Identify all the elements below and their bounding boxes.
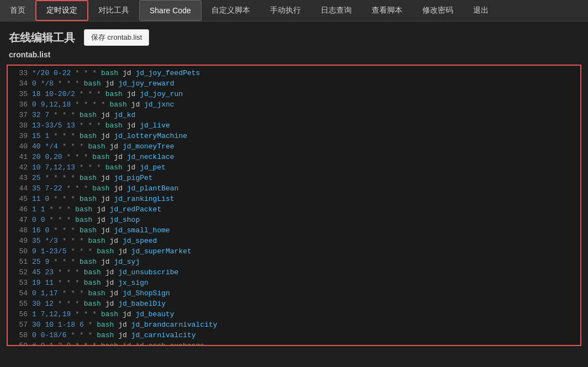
- table-row: 4120 0,20 * * * bash jd jd_necklace: [8, 152, 580, 162]
- nav-item-home[interactable]: 首页: [0, 0, 35, 21]
- line-content: 0 0-18/6 * * * bash jd jd_carnivalcity: [32, 330, 576, 341]
- table-row: 4511 0 * * * bash jd jd_rankingList: [8, 194, 580, 204]
- nav-item-changepwd[interactable]: 修改密码: [412, 0, 463, 21]
- table-row: 3915 1 * * * bash jd jd_lotteryMachine: [8, 131, 580, 141]
- line-content: 30 12 * * * bash jd jd_babelDiy: [32, 299, 576, 309]
- line-number: 33: [12, 68, 28, 78]
- line-number: 42: [12, 162, 28, 173]
- line-content: 0 */8 * * * bash jd jd_joy_reward: [32, 78, 576, 89]
- table-row: 33*/20 0-22 * * * bash jd jd_joy_feedPet…: [8, 68, 580, 78]
- line-content: 30 10 1-18 6 * bash jd jd_brandcarnivalc…: [32, 320, 576, 330]
- line-number: 37: [12, 110, 28, 120]
- code-editor[interactable]: 33*/20 0-22 * * * bash jd jd_joy_feedPet…: [7, 65, 581, 346]
- table-row: 4040 */4 * * * bash jd jd_moneyTree: [8, 141, 580, 152]
- table-row: 4210 7,12,13 * * * bash jd jd_pet: [8, 162, 580, 173]
- line-content: 25 * * * * bash jd jd_pigPet: [32, 173, 576, 183]
- line-number: 48: [12, 225, 28, 236]
- table-row: 4435 7-22 * * * bash jd jd_plantBean: [8, 183, 580, 194]
- table-row: 540 1,17 * * * bash jd jd_ShopSign: [8, 288, 580, 299]
- line-number: 55: [12, 299, 28, 309]
- table-row: 3518 10-20/2 * * * bash jd jd_joy_run: [8, 89, 580, 99]
- file-label: crontab.list: [0, 50, 588, 62]
- table-row: 4935 */3 * * * bash jd jd_speed: [8, 236, 580, 246]
- page-title: 在线编辑工具: [9, 30, 75, 45]
- line-content: 1 7,12,19 * * * bash jd jd_beauty: [32, 309, 576, 320]
- table-row: 5530 12 * * * bash jd jd_babelDiy: [8, 299, 580, 309]
- table-row: 4325 * * * * bash jd jd_pigPet: [8, 173, 580, 183]
- table-row: 580 0-18/6 * * * bash jd jd_carnivalcity: [8, 330, 580, 341]
- line-content: 0 9,12,18 * * * * bash jd jd_jxnc: [32, 99, 576, 110]
- line-number: 35: [12, 89, 28, 99]
- line-number: 43: [12, 173, 28, 183]
- table-row: 5730 10 1-18 6 * bash jd jd_brandcarniva…: [8, 320, 580, 330]
- line-content: 0 1,17 * * * bash jd jd_ShopSign: [32, 288, 576, 299]
- line-content: */20 0-22 * * * bash jd jd_joy_feedPets: [32, 68, 576, 78]
- nav-item-custom[interactable]: 自定义脚本: [202, 0, 260, 21]
- line-content: 19 11 * * * bash jd jx_sign: [32, 278, 576, 288]
- table-row: 3813-33/5 13 * * * bash jd jd_live: [8, 120, 580, 131]
- line-number: 34: [12, 78, 28, 89]
- nav-item-viewscript[interactable]: 查看脚本: [362, 0, 412, 21]
- line-content: 25 9 * * * bash jd jd_syj: [32, 257, 576, 267]
- line-content: # 0,1,2 0 * * * bash jd jd_cash_exchange: [32, 341, 576, 346]
- line-number: 52: [12, 267, 28, 278]
- nav-item-compare[interactable]: 对比工具: [88, 0, 139, 21]
- table-row: 461 1 * * * bash jd jd_redPacket: [8, 204, 580, 215]
- table-row: 360 9,12,18 * * * * bash jd jd_jxnc: [8, 99, 580, 110]
- nav-item-manual[interactable]: 手动执行: [260, 0, 311, 21]
- page-header: 在线编辑工具 保存 crontab.list: [0, 22, 588, 50]
- line-content: 45 23 * * * bash jd jd_unsubscribe: [32, 267, 576, 278]
- line-content: 20 0,20 * * * bash jd jd_necklace: [32, 152, 576, 162]
- line-content: 35 7-22 * * * bash jd jd_plantBean: [32, 183, 576, 194]
- line-content: 18 10-20/2 * * * bash jd jd_joy_run: [32, 89, 576, 99]
- line-number: 59: [12, 341, 28, 346]
- line-number: 41: [12, 152, 28, 162]
- line-content: 40 */4 * * * bash jd jd_moneyTree: [32, 141, 576, 152]
- line-number: 38: [12, 120, 28, 131]
- line-content: 16 0 * * * bash jd jd_small_home: [32, 225, 576, 236]
- line-number: 58: [12, 330, 28, 341]
- line-number: 44: [12, 183, 28, 194]
- line-number: 53: [12, 278, 28, 288]
- nav-item-scheduled[interactable]: 定时设定: [35, 0, 88, 21]
- line-number: 46: [12, 204, 28, 215]
- navigation-bar: 首页定时设定对比工具Share Code自定义脚本手动执行日志查询查看脚本修改密…: [0, 0, 588, 22]
- line-number: 50: [12, 246, 28, 257]
- line-number: 57: [12, 320, 28, 330]
- table-row: 4816 0 * * * bash jd jd_small_home: [8, 225, 580, 236]
- line-number: 51: [12, 257, 28, 267]
- line-number: 45: [12, 194, 28, 204]
- table-row: 340 */8 * * * bash jd jd_joy_reward: [8, 78, 580, 89]
- table-row: 5319 11 * * * bash jd jx_sign: [8, 278, 580, 288]
- line-number: 47: [12, 215, 28, 225]
- table-row: 561 7,12,19 * * * bash jd jd_beauty: [8, 309, 580, 320]
- line-content: 35 */3 * * * bash jd jd_speed: [32, 236, 576, 246]
- table-row: 509 1-23/5 * * * bash jd jd_superMarket: [8, 246, 580, 257]
- line-content: 11 0 * * * bash jd jd_rankingList: [32, 194, 576, 204]
- line-content: 15 1 * * * bash jd jd_lotteryMachine: [32, 131, 576, 141]
- line-number: 54: [12, 288, 28, 299]
- table-row: 5125 9 * * * bash jd jd_syj: [8, 257, 580, 267]
- line-number: 39: [12, 131, 28, 141]
- line-content: 32 7 * * * bash jd jd_kd: [32, 110, 576, 120]
- line-number: 56: [12, 309, 28, 320]
- save-button[interactable]: 保存 crontab.list: [84, 29, 149, 46]
- line-content: 10 7,12,13 * * * bash jd jd_pet: [32, 162, 576, 173]
- table-row: 3732 7 * * * bash jd jd_kd: [8, 110, 580, 120]
- line-content: 1 1 * * * bash jd jd_redPacket: [32, 204, 576, 215]
- line-content: 9 1-23/5 * * * bash jd jd_superMarket: [32, 246, 576, 257]
- nav-item-logs[interactable]: 日志查询: [311, 0, 362, 21]
- nav-item-exit[interactable]: 退出: [463, 0, 499, 21]
- line-number: 40: [12, 141, 28, 152]
- line-number: 36: [12, 99, 28, 110]
- line-content: 0 0 * * * bash jd jd_shop: [32, 215, 576, 225]
- line-content: 13-33/5 13 * * * bash jd jd_live: [32, 120, 576, 131]
- line-number: 49: [12, 236, 28, 246]
- table-row: 5245 23 * * * bash jd jd_unsubscribe: [8, 267, 580, 278]
- table-row: 470 0 * * * bash jd jd_shop: [8, 215, 580, 225]
- nav-item-sharecode[interactable]: Share Code: [139, 0, 202, 21]
- table-row: 59# 0,1,2 0 * * * bash jd jd_cash_exchan…: [8, 341, 580, 346]
